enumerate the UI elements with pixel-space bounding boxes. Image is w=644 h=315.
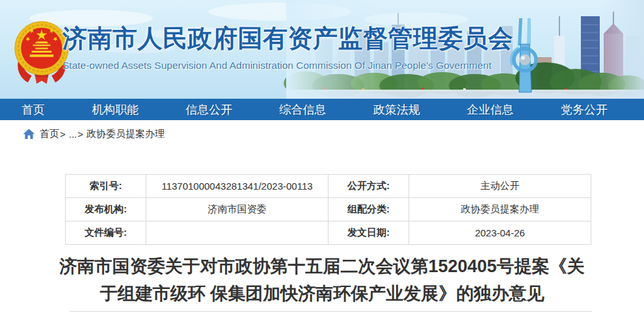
issue-date-value: 2023-04-26 bbox=[409, 221, 591, 245]
article-title-line: 于组建市级环 保集团加快济南环保产业发展》的独办意见 bbox=[0, 280, 644, 307]
nav-item-home[interactable]: 首页 bbox=[21, 102, 45, 118]
content-divider bbox=[70, 311, 592, 312]
article-title: 济南市国资委关于对市政协第十五届二次会议第1520405号提案《关 于组建市级环… bbox=[0, 253, 644, 307]
document-number-label: 文件编号: bbox=[66, 221, 146, 245]
issuing-agency-label: 发布机构: bbox=[66, 198, 146, 221]
main-nav: 首页 机构职能 信息公开 综合信息 政策法规 企业信息 党务公开 bbox=[0, 99, 644, 120]
index-number-value: 113701000043281341/2023-00113 bbox=[146, 175, 329, 198]
index-number-label: 索引号: bbox=[66, 175, 146, 198]
breadcrumb: 首页 > ... > 政协委员提案办理 bbox=[23, 127, 644, 140]
breadcrumb-ellipsis[interactable]: ... bbox=[69, 129, 77, 140]
issue-date-label: 发文日期: bbox=[329, 221, 409, 245]
category-value: 政协委员提案办理 bbox=[409, 198, 591, 221]
nav-item-enterprise-info[interactable]: 企业信息 bbox=[467, 102, 514, 118]
breadcrumb-current[interactable]: 政协委员提案办理 bbox=[87, 128, 165, 140]
breadcrumb-separator: > bbox=[60, 129, 66, 140]
category-label: 组配分类: bbox=[329, 198, 409, 221]
document-number-value bbox=[146, 221, 329, 245]
header-titles: 济南市人民政府国有资产监督管理委员会 State-owned Assets Su… bbox=[62, 22, 513, 71]
table-row: 文件编号: 发文日期: 2023-04-26 bbox=[66, 221, 591, 245]
nav-item-party-affairs[interactable]: 党务公开 bbox=[561, 102, 608, 118]
nav-item-functions[interactable]: 机构职能 bbox=[92, 102, 139, 118]
site-header: 济南市人民政府国有资产监督管理委员会 State-owned Assets Su… bbox=[0, 0, 644, 99]
breadcrumb-home[interactable]: 首页 bbox=[40, 128, 59, 140]
article-title-line: 济南市国资委关于对市政协第十五届二次会议第1520405号提案《关 bbox=[0, 253, 644, 280]
site-subtitle: State-owned Assets Supervision And Admin… bbox=[62, 60, 513, 71]
disclosure-method-label: 公开方式: bbox=[329, 175, 409, 198]
site-title: 济南市人民政府国有资产监督管理委员会 bbox=[62, 22, 513, 55]
table-row: 发布机构: 济南市国资委 组配分类: 政协委员提案办理 bbox=[66, 198, 591, 221]
document-info-table: 索引号: 113701000043281341/2023-00113 公开方式:… bbox=[65, 174, 591, 245]
nav-item-comprehensive-info[interactable]: 综合信息 bbox=[279, 102, 326, 118]
nav-item-policies-regulations[interactable]: 政策法规 bbox=[373, 102, 420, 118]
page: 济南市人民政府国有资产监督管理委员会 State-owned Assets Su… bbox=[0, 0, 644, 312]
breadcrumb-separator: > bbox=[77, 129, 83, 140]
issuing-agency-value: 济南市国资委 bbox=[146, 198, 329, 221]
table-row: 索引号: 113701000043281341/2023-00113 公开方式:… bbox=[66, 175, 591, 198]
nav-item-info-disclosure[interactable]: 信息公开 bbox=[185, 102, 232, 118]
home-icon[interactable] bbox=[23, 129, 35, 140]
disclosure-method-value: 主动公开 bbox=[409, 175, 591, 198]
